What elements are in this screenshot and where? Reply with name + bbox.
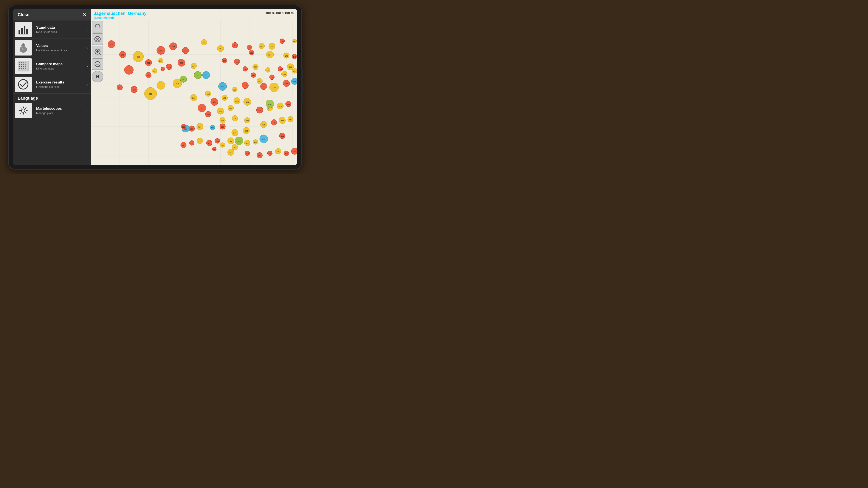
svg-text:105: 105 <box>223 60 226 62</box>
close-button[interactable]: ✕ <box>83 12 87 17</box>
values-subtitle: Habitat and economic val... <box>36 48 83 52</box>
svg-rect-2 <box>24 26 25 34</box>
svg-point-17 <box>19 66 20 67</box>
svg-text:102: 102 <box>234 44 237 47</box>
svg-text:437: 437 <box>277 151 280 153</box>
svg-text:223: 223 <box>153 70 156 72</box>
toolbar-zoomin-button[interactable] <box>92 46 103 58</box>
svg-text:344: 344 <box>238 140 241 142</box>
svg-text:324: 324 <box>198 126 202 128</box>
svg-text:301: 301 <box>200 107 204 109</box>
svg-line-273 <box>99 66 100 67</box>
svg-text:441: 441 <box>285 153 288 155</box>
svg-text:308: 308 <box>182 126 185 128</box>
svg-text:241: 241 <box>192 97 195 99</box>
stand-data-text: Stand data N/ha BA/ha V/ha <box>33 23 86 36</box>
svg-text:341: 341 <box>234 146 237 149</box>
svg-text:€: € <box>22 47 24 51</box>
menu-item-exercise-results[interactable]: Exercise results Finish the exercise › <box>13 75 91 94</box>
svg-text:335: 335 <box>221 120 224 122</box>
svg-text:237: 237 <box>192 65 195 67</box>
svg-text:401: 401 <box>213 101 216 103</box>
svg-text:231: 231 <box>147 62 150 64</box>
svg-point-25 <box>19 79 28 89</box>
svg-text:249: 249 <box>167 66 171 68</box>
svg-text:347: 347 <box>234 132 237 134</box>
svg-text:125: 125 <box>260 45 263 47</box>
exercise-results-text: Exercise results Finish the exercise <box>33 78 86 91</box>
svg-rect-3 <box>26 29 28 34</box>
svg-text:404: 404 <box>246 101 249 103</box>
svg-point-10 <box>21 62 22 63</box>
svg-text:130: 130 <box>270 76 274 78</box>
svg-rect-1 <box>21 28 23 34</box>
toolbar-north-button[interactable]: N <box>92 71 103 83</box>
stand-data-arrow: › <box>86 27 91 32</box>
svg-text:137: 137 <box>285 83 288 85</box>
toolbar-zoomout-button[interactable] <box>92 58 103 70</box>
volume-up-button[interactable] <box>301 68 303 79</box>
svg-point-9 <box>19 62 20 63</box>
svg-text:419: 419 <box>161 68 164 70</box>
svg-text:257: 257 <box>203 41 206 44</box>
svg-text:138: 138 <box>293 80 296 83</box>
svg-text:116: 116 <box>207 93 210 95</box>
language-label: Language <box>13 94 91 102</box>
checkmark-icon <box>18 79 29 90</box>
svg-text:309: 309 <box>190 128 193 130</box>
svg-text:419: 419 <box>262 138 266 140</box>
menu-item-values[interactable]: € Values Habitat and economic val... › <box>13 39 91 57</box>
svg-text:337: 337 <box>221 126 224 128</box>
svg-text:327: 327 <box>211 127 214 129</box>
map-canvas: 202 219 205 207 208 224 212 217 214 <box>91 9 297 165</box>
svg-text:405: 405 <box>229 107 232 109</box>
svg-line-270 <box>99 53 100 55</box>
compare-maps-text: Compare maps Different maps <box>33 60 86 72</box>
svg-text:72: 72 <box>248 47 250 49</box>
svg-text:439: 439 <box>269 153 272 155</box>
svg-point-23 <box>23 68 24 69</box>
svg-text:129: 129 <box>266 69 270 71</box>
tablet-hardware-buttons <box>301 68 303 104</box>
map-scale: 100 % 100 × 100 m <box>266 11 293 14</box>
svg-text:346: 346 <box>245 130 248 132</box>
menu-item-compare-maps[interactable]: Compare maps Different maps › <box>13 57 91 75</box>
svg-text:112: 112 <box>252 74 255 76</box>
power-button[interactable] <box>301 97 303 104</box>
svg-text:208: 208 <box>133 89 136 91</box>
svg-text:207: 207 <box>118 87 121 89</box>
svg-text:402: 402 <box>223 97 226 99</box>
svg-text:224: 224 <box>137 56 140 58</box>
svg-text:214: 214 <box>176 83 179 85</box>
texture-icon <box>18 61 29 72</box>
volume-down-button[interactable] <box>301 81 303 93</box>
toolbar-cancel-button[interactable] <box>92 33 103 45</box>
toolbar-refresh-button[interactable] <box>92 21 103 32</box>
exercise-results-title: Exercise results <box>36 80 83 85</box>
svg-point-18 <box>21 66 22 67</box>
svg-text:435: 435 <box>273 122 276 124</box>
menu-item-marteloscopes[interactable]: Marteloscopes Manage plots › <box>13 102 91 120</box>
gear-icon <box>18 105 29 116</box>
svg-text:119: 119 <box>221 86 224 88</box>
svg-text:340: 340 <box>229 140 232 142</box>
svg-text:432: 432 <box>289 119 292 121</box>
svg-point-20 <box>25 66 26 67</box>
svg-point-11 <box>23 62 24 63</box>
compare-maps-icon-box <box>14 58 32 74</box>
svg-text:319: 319 <box>216 140 219 142</box>
svg-text:219: 219 <box>127 69 131 71</box>
compare-maps-arrow: › <box>86 64 91 69</box>
svg-rect-7 <box>22 43 24 44</box>
menu-item-stand-data[interactable]: Stand data N/ha BA/ha V/ha › <box>13 21 91 39</box>
svg-text:212: 212 <box>149 93 152 95</box>
svg-text:217: 217 <box>159 85 162 87</box>
svg-text:240: 240 <box>182 78 185 81</box>
svg-text:445: 445 <box>293 151 296 153</box>
map-toolbar: N <box>91 20 104 83</box>
marteloscopes-icon-box <box>14 103 32 118</box>
svg-text:311: 311 <box>205 74 208 76</box>
svg-text:117: 117 <box>262 86 266 88</box>
marteloscopes-title: Marteloscopes <box>36 106 83 111</box>
svg-text:107: 107 <box>244 68 247 70</box>
